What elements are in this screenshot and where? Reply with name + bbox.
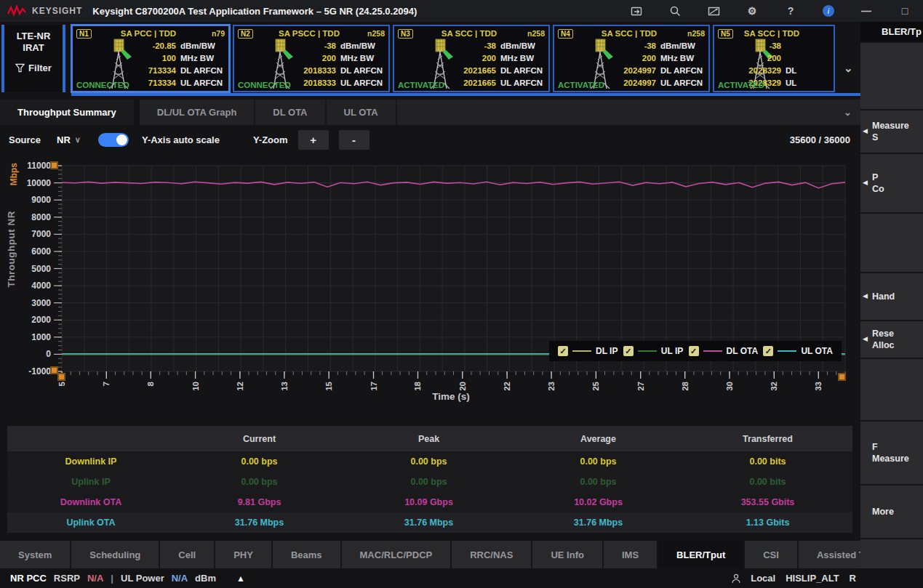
cell-metric-row: -38dBm/BW bbox=[618, 40, 706, 52]
legend-line-swatch bbox=[572, 350, 591, 352]
axis-handle-origin-icon[interactable] bbox=[57, 373, 65, 381]
maximize-icon[interactable]: □ bbox=[898, 4, 911, 17]
legend-checkbox-checked-icon[interactable]: ✓ bbox=[689, 346, 699, 356]
search-icon[interactable] bbox=[668, 4, 682, 17]
legend-item-dl-ota[interactable]: ✓DL OTA bbox=[689, 346, 759, 356]
cards-expand-chevron-icon[interactable]: ⌄ bbox=[844, 62, 853, 75]
yaxis-autoscale-toggle[interactable] bbox=[98, 133, 129, 147]
sidebar-button-blank[interactable] bbox=[860, 359, 923, 420]
legend-item-ul-ota[interactable]: ✓UL OTA bbox=[763, 346, 833, 356]
legend-item-ul-ip[interactable]: ✓UL IP bbox=[623, 346, 683, 356]
rat-label-line1: LTE-NR bbox=[4, 31, 63, 42]
legend-checkbox-checked-icon[interactable]: ✓ bbox=[623, 346, 634, 356]
table-cell: 0.00 bits bbox=[683, 477, 852, 487]
cell-card-n1[interactable]: N1SA PCC | TDDn79-20.85dBm/BW100MHz BW71… bbox=[71, 25, 230, 92]
view-tabs-overflow-chevron-icon[interactable]: ⌄ bbox=[844, 107, 852, 118]
sidebar-button-p-co[interactable]: ◀PCo bbox=[860, 154, 923, 212]
tab-scheduling[interactable]: Scheduling bbox=[71, 541, 159, 568]
sidebar-button-measure-s[interactable]: ◀MeasureS bbox=[860, 110, 923, 153]
row-label: Uplink IP bbox=[7, 477, 175, 487]
session-icon[interactable] bbox=[630, 4, 643, 17]
control-mode[interactable]: Local bbox=[751, 573, 775, 584]
y-axis-unit-label: Mbps bbox=[9, 163, 19, 185]
sidebar-button-f-measure[interactable]: FMeasure bbox=[860, 422, 923, 484]
rat-filter-panel[interactable]: LTE-NR IRAT Filter bbox=[1, 25, 65, 92]
legend-label: DL IP bbox=[596, 346, 618, 356]
axis-handle-top-icon[interactable] bbox=[50, 161, 58, 169]
sidebar-button-blank[interactable] bbox=[860, 43, 923, 109]
metric-unit: UL ARFCN bbox=[660, 77, 706, 89]
cell-card-n5[interactable]: N5SA SCC | TDD-382002028329DL2028329ULAC… bbox=[713, 25, 835, 92]
sidebar-button-rese-alloc[interactable]: ◀ReseAlloc bbox=[860, 321, 923, 358]
sidebar-button-blank[interactable] bbox=[860, 214, 923, 272]
sidebar-button-label: FMeasure bbox=[860, 441, 923, 464]
cell-metric-row: 200MHz BW bbox=[298, 52, 385, 65]
cell-metrics: -20.85dBm/BW100MHz BW713334DL ARFCN71333… bbox=[138, 40, 225, 89]
cell-metric-row: -38 bbox=[743, 40, 831, 52]
yzoom-in-button[interactable]: + bbox=[298, 130, 329, 150]
sidebar-button-hand[interactable]: ◀Hand bbox=[860, 273, 923, 320]
table-cell: 10.02 Gbps bbox=[514, 497, 683, 507]
metric-value: 2018333 bbox=[298, 65, 336, 77]
cell-card-n4[interactable]: N4SA SCC | TDDn258-38dBm/BW200MHz BW2024… bbox=[553, 25, 710, 92]
tab-csi[interactable]: CSI bbox=[745, 541, 797, 568]
tab-dl-ota[interactable]: DL OTA bbox=[255, 100, 326, 125]
softkey-sidebar: BLER/Tp ◀MeasureS◀PCo◀Hand◀ReseAllocFMea… bbox=[860, 22, 923, 568]
axis-handle-bottom-right-icon[interactable] bbox=[838, 373, 846, 381]
tab-ims[interactable]: IMS bbox=[604, 541, 657, 568]
tab-ue-info[interactable]: UE Info bbox=[532, 541, 602, 568]
metric-value: 2021665 bbox=[458, 77, 496, 89]
connection-type: HISLIP_ALT bbox=[786, 573, 839, 584]
cell-band-label: n258 bbox=[687, 29, 705, 38]
metric-value: 2018333 bbox=[298, 77, 336, 89]
view-tab-bar: Throughput SummaryDL/UL OTA GraphDL OTAU… bbox=[0, 100, 860, 125]
bottom-tab-label: CSI bbox=[763, 549, 779, 560]
metric-value: 200 bbox=[618, 52, 656, 65]
cell-card-n3[interactable]: N3SA SCC | TDDn258-38dBm/BW200MHz BW2021… bbox=[393, 25, 550, 92]
cell-status-badge: ACTIVATED bbox=[398, 81, 444, 89]
legend-item-dl-ip[interactable]: ✓DL IP bbox=[558, 346, 618, 356]
cell-metric-row: -38dBm/BW bbox=[458, 40, 546, 52]
rat-label-line2: IRAT bbox=[4, 42, 63, 54]
bottom-tab-label: BLER/Tput bbox=[676, 549, 725, 560]
legend-checkbox-checked-icon[interactable]: ✓ bbox=[558, 346, 568, 356]
tab-dl-ul-ota-graph[interactable]: DL/UL OTA Graph bbox=[140, 100, 256, 125]
tab-bler-tput[interactable]: BLER/Tput bbox=[658, 541, 743, 568]
sidebar-button-label: MeasureS bbox=[860, 120, 923, 143]
sidebar-button-more[interactable]: More bbox=[860, 486, 923, 538]
tab-system[interactable]: System bbox=[0, 541, 70, 568]
table-cell: 353.55 Gbits bbox=[683, 497, 852, 507]
minimize-icon[interactable]: — bbox=[860, 4, 873, 17]
info-icon[interactable]: i bbox=[823, 5, 834, 17]
settings-gear-icon[interactable]: ⚙ bbox=[746, 4, 759, 17]
tab-rrc-nas[interactable]: RRC/NAS bbox=[452, 541, 531, 568]
metric-unit: DL ARFCN bbox=[660, 65, 706, 77]
cell-card-n2[interactable]: N2SA PSCC | TDDn258-38dBm/BW200MHz BW201… bbox=[233, 25, 390, 92]
tab-beams[interactable]: Beams bbox=[273, 541, 340, 568]
tab-ul-ota[interactable]: UL OTA bbox=[327, 100, 397, 125]
metric-unit bbox=[786, 52, 831, 65]
svg-text:30: 30 bbox=[725, 382, 734, 391]
source-dropdown-caret-icon[interactable]: ∨ bbox=[75, 135, 81, 145]
cell-metrics: -38dBm/BW200MHz BW2021665DL ARFCN2021665… bbox=[458, 40, 546, 89]
metric-unit: dBm/BW bbox=[660, 40, 706, 52]
tab-phy[interactable]: PHY bbox=[215, 541, 271, 568]
legend-checkbox-checked-icon[interactable]: ✓ bbox=[763, 346, 773, 356]
cell-status-badge: CONNECTED bbox=[238, 81, 291, 89]
yzoom-out-button[interactable]: - bbox=[339, 130, 369, 150]
cell-metric-row: 2018333DL ARFCN bbox=[298, 65, 385, 77]
svg-text:0: 0 bbox=[46, 349, 51, 359]
source-dropdown[interactable]: NR bbox=[57, 134, 71, 145]
tab-mac-rlc-pdcp[interactable]: MAC/RLC/PDCP bbox=[342, 541, 451, 568]
help-icon[interactable]: ? bbox=[784, 4, 797, 17]
legend-line-swatch bbox=[778, 350, 796, 352]
x-axis-title: Time (s) bbox=[378, 391, 524, 402]
chart-plot-area[interactable]: 1100010000900080007000600050004000300020… bbox=[0, 154, 860, 411]
metric-value: 713334 bbox=[138, 65, 176, 77]
tab-cell[interactable]: Cell bbox=[160, 541, 214, 568]
statusbar-collapse-icon[interactable]: ▲ bbox=[236, 573, 245, 584]
filter-button[interactable]: Filter bbox=[4, 63, 63, 73]
screenshot-icon[interactable] bbox=[707, 4, 720, 17]
tab-throughput-summary[interactable]: Throughput Summary bbox=[0, 100, 134, 125]
table-cell: 0.00 bits bbox=[683, 456, 852, 467]
